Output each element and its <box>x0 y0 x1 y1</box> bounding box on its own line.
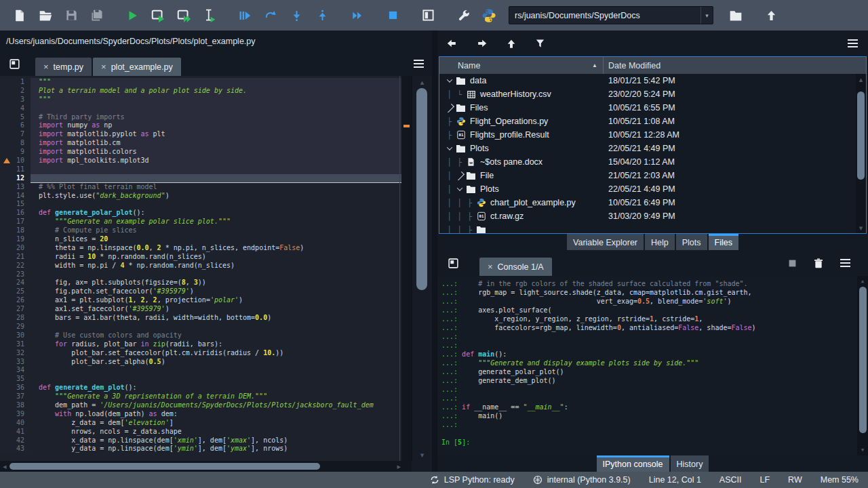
interrupt-kernel-icon[interactable] <box>788 259 797 268</box>
editor-menu-button[interactable] <box>414 60 424 68</box>
editor-line[interactable]: 11 <box>0 165 401 174</box>
editor-line[interactable]: 9import matplotlib.colors <box>0 148 401 157</box>
editor-line[interactable]: 30 # Use custom colors and opacity <box>0 331 401 340</box>
editor-line[interactable]: 39 with np.load(dem_path) as dem: <box>0 410 401 419</box>
chevron-right-icon[interactable] <box>444 104 454 113</box>
continue-button[interactable] <box>344 3 370 28</box>
rerun-cell-button[interactable] <box>258 3 283 28</box>
editor-line[interactable]: 36def generate_dem_plot(): <box>0 384 401 392</box>
file-row[interactable]: Files10/05/21 6:55 PM <box>439 101 866 115</box>
editor-line[interactable]: 33 plot_bar.set_alpha(0.5) <box>0 358 401 367</box>
editor-line[interactable]: 5# Third party imports <box>0 113 401 122</box>
editor-line[interactable]: 22 width = np.pi / 4 * np.random.rand(n_… <box>0 262 401 270</box>
run-cell-button[interactable] <box>145 3 171 28</box>
editor-line[interactable]: 4 <box>0 104 401 113</box>
scroll-up-arrow-icon[interactable]: ▴ <box>856 75 866 84</box>
stop-button[interactable] <box>380 3 406 28</box>
editor-line[interactable]: 7import matplotlib.pyplot as plt <box>0 130 401 139</box>
editor-line[interactable]: 1""" <box>0 78 401 87</box>
editor-line[interactable]: 38 dem_path = '/Users/juanis/Documents/S… <box>0 401 401 410</box>
run-selection-button[interactable] <box>197 3 222 28</box>
file-row[interactable]: ││├chart_plot_example.py10/05/21 6:49 PM <box>439 196 866 209</box>
editor-line[interactable]: 16def generate_polar_plot(): <box>0 209 401 218</box>
tab-temp-py[interactable]: × temp.py <box>35 58 92 76</box>
editor-line[interactable]: 27 ax1.set_facecolor('#395979') <box>0 305 401 314</box>
permissions-status[interactable]: RW <box>788 475 802 485</box>
column-header-date[interactable]: Date Modified <box>604 61 866 70</box>
pane-options-icon[interactable] <box>4 54 24 74</box>
pane-tab-files[interactable]: Files <box>709 234 738 250</box>
editor-line[interactable]: 2Plot a terrain model and a polar plot s… <box>0 87 401 96</box>
editor-line[interactable]: 3""" <box>0 96 401 104</box>
column-header-name[interactable]: Name ▲ <box>439 57 604 74</box>
editor-line[interactable]: 40 z_data = dem['elevation'] <box>0 419 401 428</box>
scroll-down-arrow-icon[interactable]: ▾ <box>412 450 432 460</box>
trash-icon[interactable] <box>813 258 824 269</box>
editor-line[interactable]: 15 <box>0 200 401 209</box>
scrollbar-thumb[interactable] <box>9 463 320 470</box>
editor-line[interactable]: 13# %% Plot final terrain model <box>0 183 401 192</box>
warning-flag[interactable] <box>403 125 410 127</box>
editor-line[interactable]: 28 bars = ax1.bar(theta, radii, width=wi… <box>0 314 401 323</box>
editor-line[interactable]: 14plt.style.use("dark_background") <box>0 192 401 201</box>
pane-tab-plots[interactable]: Plots <box>676 234 707 250</box>
editor-line[interactable]: 12 <box>0 174 401 183</box>
close-icon[interactable]: × <box>101 62 106 71</box>
editor-line[interactable]: 19 n_slices = 20 <box>0 235 401 244</box>
chevron-down-icon[interactable] <box>446 77 452 82</box>
editor-line[interactable]: 43 y_data = np.linspace(dem['ymin'], dem… <box>0 445 401 453</box>
editor-line[interactable]: 41 nrows, ncols = z_data.shape <box>0 428 401 436</box>
editor-line[interactable]: 35 <box>0 375 401 384</box>
console-output[interactable]: ...: # in the rgb colors of the shaded s… <box>437 276 868 455</box>
file-row[interactable]: │Plots22/05/21 4:49 PM <box>439 182 866 196</box>
editor-line[interactable]: 21 radii = 10 * np.random.rand(n_slices) <box>0 253 401 262</box>
editor-line[interactable]: 24 fig, ax= plt.subplots(figsize=(8, 3)) <box>0 279 401 287</box>
editor-horizontal-scrollbar[interactable]: ◂ ▸ <box>0 461 432 472</box>
debug-run-button[interactable] <box>232 3 258 28</box>
chevron-down-icon[interactable]: ▾ <box>701 7 713 24</box>
back-button[interactable] <box>446 38 458 49</box>
scroll-left-arrow-icon[interactable]: ◂ <box>3 461 7 472</box>
editor-line[interactable]: 23 <box>0 270 401 279</box>
editor-line[interactable]: 34 <box>0 366 401 375</box>
scrollbar-thumb[interactable] <box>859 287 867 433</box>
run-file-button[interactable] <box>119 3 145 28</box>
pane-tab-ipython-console[interactable]: IPython console <box>597 455 669 472</box>
pane-tab-help[interactable]: Help <box>645 234 675 250</box>
working-directory-combobox[interactable]: rs/juanis/Documents/SpyderDocs ▾ <box>509 6 713 24</box>
new-file-button[interactable] <box>7 3 33 28</box>
scroll-up-arrow-icon[interactable]: ▴ <box>857 277 868 286</box>
file-row[interactable]: ├01Flights_profile.Result10/05/21 12:28 … <box>439 128 866 142</box>
tab-console-1a[interactable]: × Console 1/A <box>479 258 552 276</box>
lsp-status[interactable]: LSP Python: ready <box>430 475 515 485</box>
pane-options-icon[interactable] <box>443 253 463 273</box>
run-cell-advance-button[interactable] <box>171 3 197 28</box>
file-row[interactable]: │└weatherHistory.csv23/02/20 5:24 PM <box>439 87 866 101</box>
tab-plot-example-py[interactable]: × plot_example.py <box>93 58 181 76</box>
editor-line[interactable]: 37 """Generate a 3D reprisentation of a … <box>0 392 401 401</box>
step-into-button[interactable] <box>283 3 309 28</box>
pane-tab-history[interactable]: History <box>671 455 709 472</box>
scroll-down-arrow-icon[interactable]: ▾ <box>856 223 866 232</box>
file-row[interactable]: ├Flight_Operations.py10/05/21 1:08 AM <box>439 115 866 128</box>
editor-line[interactable]: 26 ax1 = plt.subplot(1, 2, 2, projection… <box>0 296 401 305</box>
interpreter-status[interactable]: internal (Python 3.9.5) <box>533 475 631 485</box>
scroll-down-arrow-icon[interactable]: ▾ <box>857 445 868 455</box>
file-row[interactable]: data18/01/21 5:42 PM <box>439 74 866 87</box>
parent-folder-button[interactable] <box>506 38 517 49</box>
files-vertical-scrollbar[interactable]: ▴ ▾ <box>856 74 866 233</box>
file-row[interactable]: ││├ <box>439 223 866 233</box>
console-menu-button[interactable] <box>840 259 850 268</box>
maximize-pane-button[interactable] <box>415 3 441 28</box>
file-row[interactable]: Plots22/05/21 4:49 PM <box>439 142 866 155</box>
scroll-up-arrow-icon[interactable]: ▴ <box>412 77 432 87</box>
file-row[interactable]: │File21/05/21 2:03 AM <box>439 169 866 182</box>
editor-line[interactable]: 6import numpy as np <box>0 121 401 130</box>
file-row[interactable]: │├w~$ots pane.docx15/04/20 1:12 AM <box>439 155 866 169</box>
preferences-button[interactable] <box>450 3 476 28</box>
editor-line[interactable]: 25 fig.patch.set_facecolor('#395979') <box>0 287 401 296</box>
editor-line[interactable]: 18 # Compute pie slices <box>0 226 401 235</box>
editor-line[interactable]: 29 <box>0 323 401 331</box>
close-icon[interactable]: × <box>43 62 49 71</box>
editor-line[interactable]: 8import matplotlib.cm <box>0 139 401 148</box>
